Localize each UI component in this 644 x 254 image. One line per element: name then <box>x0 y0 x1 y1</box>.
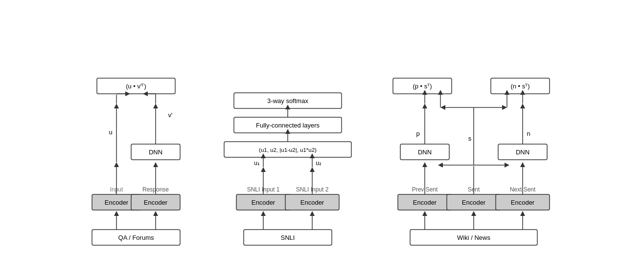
snli-u2-label: u₂ <box>316 160 322 167</box>
wiki-left-encoder: Encoder <box>413 199 437 206</box>
qa-u-label: u <box>109 128 112 136</box>
wiki-mid-encoder: Encoder <box>462 199 486 206</box>
svg-marker-70 <box>440 105 445 110</box>
svg-marker-27 <box>310 211 315 216</box>
snli-combined-label: (u1, u2, |u1-u2|, u1*u2) <box>259 147 317 153</box>
svg-marker-56 <box>422 162 427 167</box>
qa-vprime-label: v' <box>168 111 173 119</box>
svg-marker-25 <box>261 211 266 216</box>
wiki-n-label: n <box>527 130 530 137</box>
snli-right-encoder: Encoder <box>300 199 324 206</box>
snli-left-encoder: Encoder <box>252 199 276 206</box>
svg-marker-59 <box>438 163 443 168</box>
qa-title-label: QA / Forums <box>118 234 154 241</box>
diagram-qa: QA / Forums Encoder Encoder Input Respon… <box>68 10 205 249</box>
wiki-right-formula: (n • sᵀ) <box>510 83 529 90</box>
diagram-wiki: Wiki / News Encoder Encoder Encoder Prev… <box>371 10 576 249</box>
svg-marker-51 <box>520 211 525 216</box>
qa-left-encoder: Encoder <box>105 199 129 206</box>
qa-dnn-label: DNN <box>149 148 162 156</box>
svg-marker-13 <box>114 104 119 108</box>
snli-u1-label: u₁ <box>254 160 260 167</box>
svg-marker-67 <box>422 104 427 108</box>
svg-marker-63 <box>520 162 525 167</box>
svg-marker-10 <box>153 162 158 167</box>
svg-marker-74 <box>520 104 525 108</box>
wiki-left-formula: (p • sᵀ) <box>413 83 432 90</box>
qa-formula-label: (u • v'ᵀ) <box>126 83 146 90</box>
svg-marker-4 <box>153 211 158 216</box>
svg-marker-2 <box>114 211 119 216</box>
snli-title-label: SNLI <box>281 234 295 241</box>
svg-marker-33 <box>310 167 315 172</box>
svg-marker-8 <box>114 162 119 167</box>
svg-marker-47 <box>422 211 427 216</box>
snli-fc-label: Fully-connected layers <box>256 122 320 129</box>
wiki-title-label: Wiki / News <box>457 234 490 241</box>
svg-marker-49 <box>471 211 476 216</box>
wiki-right-encoder: Encoder <box>511 199 535 206</box>
wiki-s-label: s <box>468 135 472 142</box>
wiki-left-dnn: DNN <box>418 148 432 156</box>
diagram-snli: SNLI Encoder Encoder SNLI Input 1 SNLI I… <box>205 10 371 249</box>
svg-marker-72 <box>502 105 507 110</box>
svg-marker-31 <box>261 167 266 172</box>
wiki-p-label: p <box>416 130 419 137</box>
snli-softmax-label: 3-way softmax <box>267 97 308 105</box>
wiki-right-dnn: DNN <box>516 148 529 156</box>
svg-marker-61 <box>505 163 509 168</box>
qa-right-encoder: Encoder <box>144 199 168 206</box>
svg-marker-15 <box>153 104 158 108</box>
